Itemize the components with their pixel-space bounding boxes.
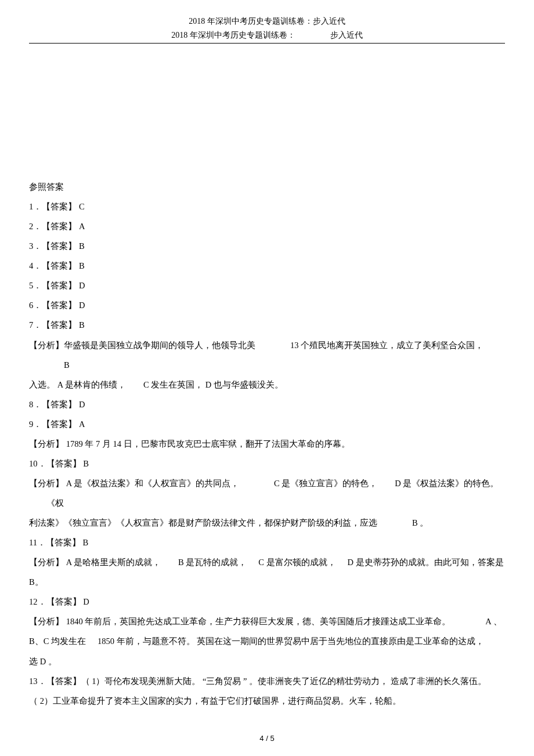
subheader-right: 步入近代	[330, 31, 363, 39]
answer-5: 5．【答案】 D	[29, 276, 505, 295]
answer-7-explanation-line2: 入选。 A 是林肯的伟绩，C 发生在英国， D 也与华盛顿没关。	[29, 375, 505, 395]
text-fragment: 利法案》《独立宣言》《人权宣言》都是财产阶级法律文件，都保护财产阶级的利益，应选	[29, 518, 377, 527]
text-fragment: 【分析】华盛顿是美国独立战争期间的领导人，他领导北美	[29, 341, 255, 350]
answer-11-explanation-line1: 【分析】 A 是哈格里夫斯的成就，B 是瓦特的成就，C 是富尔顿的成就，D 是史…	[29, 552, 505, 572]
answer-10-explanation-line2: 利法案》《独立宣言》《人权宣言》都是财产阶级法律文件，都保护财产阶级的利益，应选…	[29, 513, 505, 533]
answer-4: 4．【答案】 B	[29, 256, 505, 276]
text-fragment: 《权	[46, 498, 64, 508]
answer-12-explanation-line2: B、C 均发生在1850 年前，与题意不符。 英国在这一期间的世界贸易中居于当先…	[29, 631, 505, 651]
text-fragment: B、C 均发生在	[29, 636, 86, 646]
subheader-left: 2018 年深圳中考历史专题训练卷：	[171, 31, 295, 39]
text-fragment: 1850 年前，与题意不符。 英国在这一期间的世界贸易中居于当先地位的直接原由是…	[98, 636, 484, 646]
text-fragment: B 。	[412, 518, 428, 527]
text-fragment: A 、	[485, 617, 501, 626]
answer-13-line2: （ 2）工业革命提升了资本主义国家的实力，有益于它们打破国界，进行商品贸易。火车…	[29, 691, 505, 711]
text-fragment: 13 个殖民地离开英国独立，成立了美利坚合众国，	[290, 341, 484, 350]
answer-9-explanation: 【分析】 1789 年 7 月 14 日，巴黎市民攻克巴士底牢狱，翻开了法国大革…	[29, 434, 505, 454]
answer-12-explanation-line3: 选 D 。	[29, 652, 505, 671]
answer-7-explanation-line1: 【分析】华盛顿是美国独立战争期间的领导人，他领导北美13 个殖民地离开英国独立，…	[29, 335, 505, 375]
answer-8: 8．【答案】 D	[29, 395, 505, 414]
answer-1: 1．【答案】 C	[29, 197, 505, 216]
text-fragment: D 是《权益法案》的特色。	[395, 479, 499, 488]
text-fragment: 【分析】 A 是哈格里夫斯的成就，	[29, 558, 161, 567]
answer-3: 3．【答案】 B	[29, 236, 505, 256]
text-fragment: D 是史蒂芬孙的成就。由此可知，答案是	[348, 558, 504, 567]
answer-13-line1: 13．【答案】（ 1）哥伦布发现美洲新大陆。 “三角贸易 ” 。使非洲丧失了近亿…	[29, 671, 505, 691]
content-body: 参照答案 1．【答案】 C 2．【答案】 A 3．【答案】 B 4．【答案】 B…	[29, 177, 505, 711]
answer-10: 10．【答案】 B	[29, 454, 505, 473]
answer-12-explanation-line1: 【分析】 1840 年前后，英国抢先达成工业革命，生产力获得巨大发展，德、美等国…	[29, 612, 505, 631]
text-fragment: 入选。 A 是林肯的伟绩，	[29, 380, 126, 389]
text-fragment: 【分析】 A 是《权益法案》和《人权宣言》的共同点，	[29, 479, 239, 488]
page-subheader: 2018 年深圳中考历史专题训练卷：步入近代	[29, 30, 505, 44]
text-fragment: B 是瓦特的成就，	[178, 558, 247, 567]
answer-10-explanation-line1: 【分析】 A 是《权益法案》和《人权宣言》的共同点，C 是《独立宣言》的特色，D…	[29, 473, 505, 513]
text-fragment: 【分析】 1840 年前后，英国抢先达成工业革命，生产力获得巨大发展，德、美等国…	[29, 617, 450, 626]
text-fragment: C 是《独立宣言》的特色，	[274, 479, 377, 488]
answer-7: 7．【答案】 B	[29, 315, 505, 335]
section-title: 参照答案	[29, 177, 505, 197]
page-header: 2018 年深圳中考历史专题训练卷：步入近代	[29, 0, 505, 30]
answer-12: 12．【答案】 D	[29, 592, 505, 612]
answer-11-explanation-line2: B。	[29, 572, 505, 592]
answer-2: 2．【答案】 A	[29, 216, 505, 236]
text-fragment: C 是富尔顿的成就，	[258, 558, 335, 567]
text-fragment: C 发生在英国， D 也与华盛顿没关。	[143, 380, 283, 389]
answer-9: 9．【答案】 A	[29, 414, 505, 434]
text-fragment: B	[64, 360, 70, 370]
document-page: 2018 年深圳中考历史专题训练卷：步入近代 2018 年深圳中考历史专题训练卷…	[0, 0, 534, 756]
page-number: 4 / 5	[29, 734, 505, 743]
answer-6: 6．【答案】 D	[29, 295, 505, 315]
answer-11: 11．【答案】 B	[29, 533, 505, 552]
